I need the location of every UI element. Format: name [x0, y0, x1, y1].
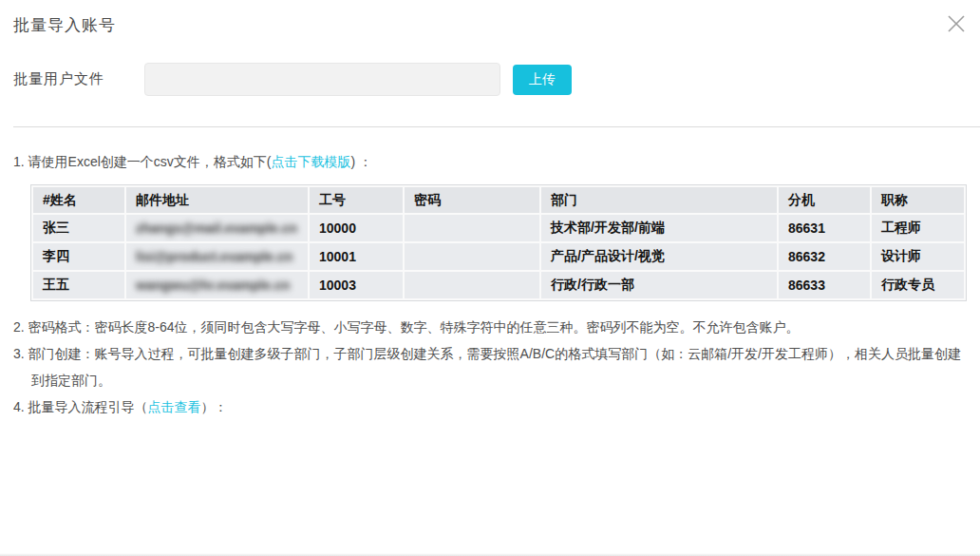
csv-example-table: #姓名 邮件地址 工号 密码 部门 分机 职称 张三 zhangs@mail.e… [30, 184, 967, 301]
instruction-4: 4. 批量导入流程引导（点击查看）： [13, 393, 967, 420]
instruction-1: 1. 请使用Excel创建一个csv文件，格式如下(点击下载模版) ： [13, 148, 967, 175]
file-field-label: 批量用户文件 [13, 70, 104, 88]
col-header-password: 密码 [405, 187, 539, 213]
dialog-title: 批量导入账号 [13, 14, 116, 36]
table-row: 王五 wangwu@hr.example.cn 10003 行政/行政一部 86… [33, 272, 964, 298]
batch-import-dialog: 批量导入账号 批量用户文件 上传 1. 请使用Excel创建一个csv文件，格式… [0, 0, 980, 556]
job-title-cell: 行政专员 [872, 272, 964, 298]
employee-id-cell: 10003 [310, 272, 403, 298]
department-cell: 产品/产品设计/视觉 [541, 243, 777, 270]
email-cell-redacted: zhangs@mail.example.cn [126, 215, 308, 241]
col-header-email: 邮件地址 [126, 187, 308, 213]
col-header-extension: 分机 [779, 187, 870, 213]
close-button[interactable] [942, 10, 971, 38]
name-cell: 张三 [33, 215, 124, 241]
close-icon [946, 13, 967, 34]
email-cell-redacted: lisi@product.example.cn [126, 243, 308, 270]
csv-format-example: #姓名 邮件地址 工号 密码 部门 分机 职称 张三 zhangs@mail.e… [30, 184, 967, 301]
col-header-name: #姓名 [33, 187, 124, 213]
password-cell [405, 215, 539, 241]
email-cell-redacted: wangwu@hr.example.cn [126, 272, 308, 298]
employee-id-cell: 10000 [310, 215, 403, 241]
password-cell [405, 272, 539, 298]
instruction-1-suffix: ) ： [350, 154, 372, 169]
instruction-1-text: 1. 请使用Excel创建一个csv文件，格式如下( [13, 154, 271, 169]
instructions-list: 1. 请使用Excel创建一个csv文件，格式如下(点击下载模版) ： #姓名 … [13, 148, 967, 420]
header-divider [13, 126, 980, 127]
department-cell: 技术部/开发部/前端 [541, 215, 777, 241]
batch-file-input[interactable] [144, 63, 500, 96]
instruction-3: 3. 部门创建：账号导入过程，可批量创建多级子部门，子部门层级创建关系，需要按照… [13, 340, 967, 393]
job-title-cell: 设计师 [872, 243, 964, 270]
download-template-link[interactable]: 点击下载模版 [271, 154, 350, 169]
col-header-department: 部门 [541, 187, 777, 213]
col-header-employee-id: 工号 [310, 187, 403, 213]
job-title-cell: 工程师 [872, 215, 964, 241]
name-cell: 王五 [33, 272, 124, 298]
upload-button[interactable]: 上传 [513, 65, 572, 95]
name-cell: 李四 [33, 243, 124, 270]
extension-cell: 86632 [779, 243, 870, 270]
table-row: 李四 lisi@product.example.cn 10001 产品/产品设计… [33, 243, 964, 270]
table-row: 张三 zhangs@mail.example.cn 10000 技术部/开发部/… [33, 215, 964, 241]
instruction-4-suffix: ）： [201, 399, 228, 414]
table-header-row: #姓名 邮件地址 工号 密码 部门 分机 职称 [33, 187, 964, 213]
col-header-title: 职称 [872, 187, 964, 213]
instruction-4-text: 4. 批量导入流程引导（ [13, 399, 148, 414]
department-cell: 行政/行政一部 [541, 272, 777, 298]
instruction-2: 2. 密码格式：密码长度8-64位，须同时包含大写字母、小写字母、数字、特殊字符… [13, 314, 967, 340]
extension-cell: 86633 [779, 272, 870, 298]
extension-cell: 86631 [779, 215, 870, 241]
view-guide-link[interactable]: 点击查看 [148, 399, 201, 414]
password-cell [405, 243, 539, 270]
employee-id-cell: 10001 [310, 243, 403, 270]
